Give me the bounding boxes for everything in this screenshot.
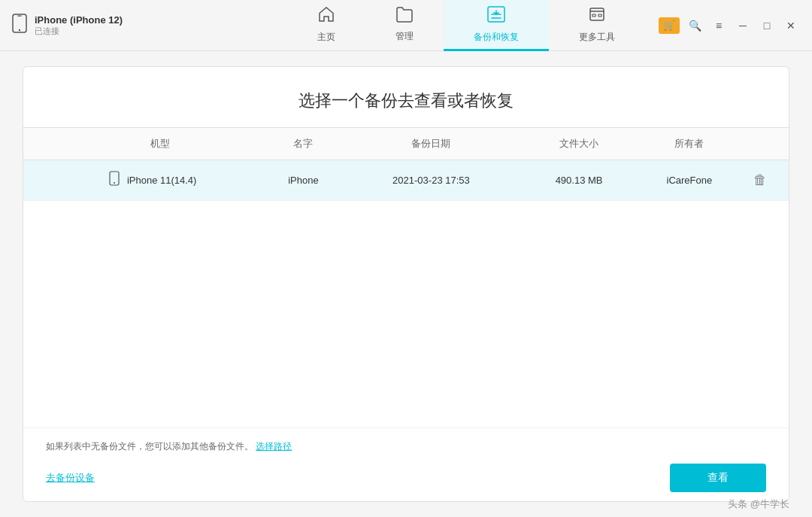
tab-home-label: 主页 — [317, 31, 335, 44]
col-header-owner: 所有者 — [635, 128, 744, 160]
svg-point-2 — [19, 29, 20, 30]
menu-button[interactable]: ≡ — [710, 17, 728, 35]
tab-tools[interactable]: 更多工具 — [549, 0, 645, 51]
backup-icon — [486, 5, 506, 28]
col-header-model: 机型 — [23, 128, 267, 160]
select-path-link[interactable]: 选择路径 — [256, 441, 292, 452]
svg-rect-6 — [598, 14, 601, 17]
main-content: 选择一个备份去查看或者恢复 机型 名字 备份日期 文件大小 所有者 — [23, 66, 789, 502]
tab-tools-label: 更多工具 — [579, 31, 615, 44]
cell-name: iPhone — [267, 160, 339, 201]
table-empty-area — [23, 201, 789, 427]
shop-icon[interactable]: 🛒 — [659, 17, 680, 34]
tab-manage[interactable]: 管理 — [365, 0, 444, 51]
col-header-name: 名字 — [267, 128, 339, 160]
table-row[interactable]: iPhone 11(14.4) iPhone 2021-03-23 17:53 … — [23, 160, 789, 201]
footer-hint-text: 如果列表中无备份文件，您可以添加其他备份文件。 — [46, 441, 253, 452]
tools-icon — [588, 5, 606, 28]
tab-backup-label: 备份和恢复 — [474, 31, 519, 44]
home-icon — [317, 5, 335, 28]
page-title: 选择一个备份去查看或者恢复 — [23, 67, 789, 127]
watermark: 头条 @牛学长 — [728, 497, 789, 511]
device-text: iPhone (iPhone 12) 已连接 — [35, 14, 123, 37]
col-header-size: 文件大小 — [523, 128, 635, 160]
row-phone-icon — [109, 171, 120, 190]
delete-button[interactable]: 🗑 — [750, 169, 782, 190]
cell-model: iPhone 11(14.4) — [23, 160, 267, 201]
backup-table: 机型 名字 备份日期 文件大小 所有者 — [23, 127, 789, 201]
col-header-action — [744, 128, 789, 160]
device-phone-icon — [12, 14, 27, 38]
title-bar: iPhone (iPhone 12) 已连接 主页 管理 — [0, 0, 812, 51]
device-info: iPhone (iPhone 12) 已连接 — [12, 14, 132, 38]
window-controls: 🛒 🔍 ≡ ─ □ ✕ — [659, 17, 800, 35]
go-backup-link[interactable]: 去备份设备 — [46, 471, 95, 485]
device-status: 已连接 — [35, 26, 123, 37]
device-name: iPhone (iPhone 12) — [35, 14, 123, 26]
svg-rect-1 — [17, 15, 22, 16]
table-header-row: 机型 名字 备份日期 文件大小 所有者 — [23, 128, 789, 160]
close-button[interactable]: ✕ — [782, 17, 800, 35]
cell-owner: iCareFone — [635, 160, 744, 201]
footer-hint: 如果列表中无备份文件，您可以添加其他备份文件。 选择路径 — [46, 440, 766, 453]
search-button[interactable]: 🔍 — [686, 17, 704, 35]
svg-point-8 — [114, 182, 115, 184]
cell-date: 2021-03-23 17:53 — [340, 160, 523, 201]
tab-home[interactable]: 主页 — [287, 0, 365, 51]
tab-manage-label: 管理 — [395, 30, 414, 43]
footer-actions: 去备份设备 查看 — [46, 464, 766, 492]
cell-model-text: iPhone 11(14.4) — [127, 175, 197, 186]
maximize-button[interactable]: □ — [758, 17, 776, 35]
minimize-button[interactable]: ─ — [734, 17, 752, 35]
svg-rect-5 — [592, 14, 595, 17]
tab-backup[interactable]: 备份和恢复 — [444, 0, 549, 51]
view-button[interactable]: 查看 — [670, 464, 766, 492]
col-header-date: 备份日期 — [340, 128, 523, 160]
cell-size: 490.13 MB — [523, 160, 635, 201]
footer-area: 如果列表中无备份文件，您可以添加其他备份文件。 选择路径 去备份设备 查看 — [23, 427, 789, 501]
cell-delete[interactable]: 🗑 — [744, 160, 789, 201]
folder-icon — [395, 6, 414, 27]
